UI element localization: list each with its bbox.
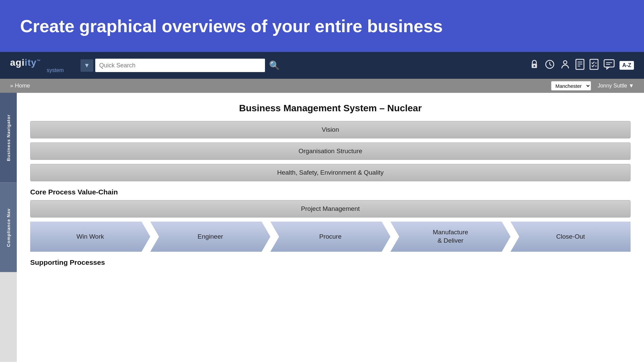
sidebar-item-blank <box>0 272 17 362</box>
content-area: Business Management System – Nuclear Vis… <box>17 93 644 362</box>
organisation-structure-bar[interactable]: Organisation Structure <box>30 142 631 160</box>
document-icon[interactable] <box>575 59 585 72</box>
core-section-title: Core Process Value-Chain <box>30 188 631 196</box>
svg-rect-13 <box>604 60 614 67</box>
manufacture-deliver-label: Manufacture & Deliver <box>433 228 468 245</box>
side-nav: Business Navigator Compliance Nav <box>0 93 17 362</box>
process-step-manufacture-deliver[interactable]: Manufacture & Deliver <box>390 222 511 252</box>
top-banner: Create graphical overviews of your entir… <box>0 0 644 52</box>
search-input[interactable] <box>95 59 265 72</box>
process-step-close-out[interactable]: Close-Out <box>511 222 631 252</box>
process-step-win-work[interactable]: Win Work <box>30 222 150 252</box>
search-button[interactable]: 🔍 <box>267 60 282 71</box>
checklist-icon[interactable] <box>589 59 599 72</box>
close-out-label: Close-Out <box>556 233 585 241</box>
svg-rect-10 <box>590 59 598 69</box>
breadcrumb-bar: » Home Manchester London Leeds Birmingha… <box>0 79 644 93</box>
page-heading: Create graphical overviews of your entir… <box>20 16 443 36</box>
svg-point-5 <box>564 61 567 64</box>
win-work-label: Win Work <box>76 233 104 241</box>
toolbar-icons: A-Z <box>529 59 634 72</box>
search-filter-button[interactable]: ▼ <box>80 59 93 72</box>
nav-bar: agiity™ system ▼ 🔍 <box>0 52 644 79</box>
svg-line-4 <box>550 64 551 66</box>
breadcrumb-right: Manchester London Leeds Birmingham Jonny… <box>551 81 634 90</box>
sidebar-item-business-navigator[interactable]: Business Navigator <box>0 93 17 183</box>
lock-icon[interactable] <box>529 59 540 72</box>
svg-point-1 <box>534 65 535 67</box>
user-name[interactable]: Jonny Suttle ▼ <box>598 83 634 89</box>
chat-icon[interactable] <box>603 59 615 72</box>
process-step-procure[interactable]: Procure <box>270 222 390 252</box>
logo-agility: agiity™ <box>10 58 64 68</box>
breadcrumb[interactable]: » Home <box>10 82 30 89</box>
bms-title: Business Management System – Nuclear <box>30 103 631 114</box>
procure-label: Procure <box>319 233 342 241</box>
person-icon[interactable] <box>560 59 571 72</box>
health-safety-bar[interactable]: Health, Safety, Environment & Quality <box>30 164 631 181</box>
project-management-bar[interactable]: Project Management <box>30 200 631 218</box>
search-area: ▼ 🔍 <box>80 59 282 72</box>
vision-bar[interactable]: Vision <box>30 121 631 138</box>
location-select[interactable]: Manchester London Leeds Birmingham <box>551 81 591 90</box>
sidebar-item-compliance-nav[interactable]: Compliance Nav <box>0 183 17 273</box>
az-button[interactable]: A-Z <box>620 61 634 70</box>
supporting-title: Supporting Processes <box>30 258 631 266</box>
process-step-engineer[interactable]: Engineer <box>150 222 270 252</box>
clock-icon[interactable] <box>544 59 555 72</box>
logo-system: system <box>10 67 64 73</box>
process-chain: Win Work Engineer Procure Manufacture & … <box>30 222 631 252</box>
engineer-label: Engineer <box>198 233 223 241</box>
logo-area: agiity™ system <box>10 58 64 73</box>
main-wrapper: Business Navigator Compliance Nav Busine… <box>0 93 644 362</box>
